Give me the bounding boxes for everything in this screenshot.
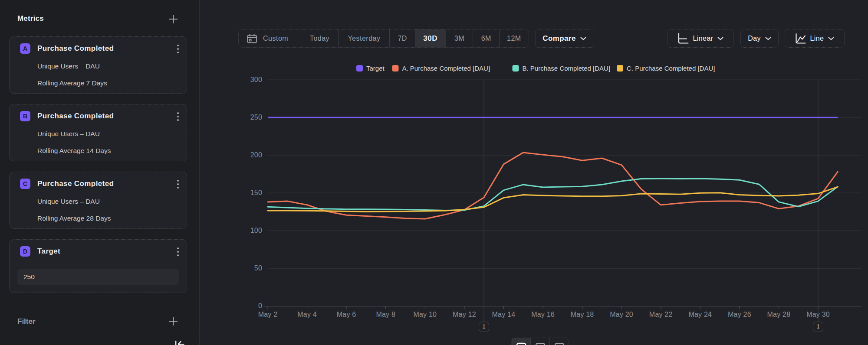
- svg-text:B. Purchase Completed [DAU]: B. Purchase Completed [DAU]: [523, 65, 611, 72]
- svg-text:300: 300: [250, 76, 262, 83]
- svg-text:50: 50: [254, 264, 262, 272]
- svg-text:250: 250: [250, 114, 262, 121]
- svg-text:May 8: May 8: [376, 311, 395, 318]
- svg-text:200: 200: [250, 151, 262, 159]
- svg-text:May 14: May 14: [492, 311, 516, 318]
- svg-text:May 10: May 10: [413, 311, 437, 318]
- svg-text:May 24: May 24: [688, 311, 712, 318]
- svg-text:May 4: May 4: [297, 311, 317, 318]
- svg-text:C. Purchase Completed [DAU]: C. Purchase Completed [DAU]: [627, 65, 715, 72]
- svg-text:May 20: May 20: [610, 311, 633, 318]
- svg-text:May 22: May 22: [649, 311, 673, 318]
- svg-text:0: 0: [258, 302, 262, 309]
- svg-text:150: 150: [250, 189, 262, 196]
- svg-text:May 12: May 12: [453, 311, 476, 318]
- svg-text:May 6: May 6: [337, 311, 356, 318]
- svg-text:A. Purchase Completed [DAU]: A. Purchase Completed [DAU]: [402, 65, 490, 72]
- svg-text:May 16: May 16: [531, 311, 555, 318]
- svg-text:May 2: May 2: [258, 311, 278, 318]
- svg-text:Target: Target: [366, 65, 385, 72]
- svg-text:May 18: May 18: [571, 311, 594, 318]
- svg-text:May 30: May 30: [806, 311, 830, 318]
- svg-text:100: 100: [250, 227, 262, 234]
- svg-text:May 26: May 26: [728, 311, 751, 318]
- svg-text:May 28: May 28: [767, 311, 791, 318]
